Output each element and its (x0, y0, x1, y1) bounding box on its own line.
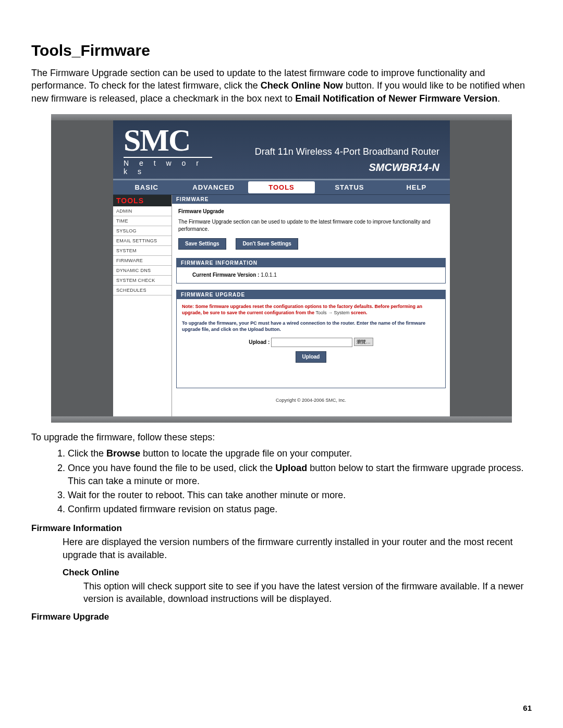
sidebar-item-ddns[interactable]: DYNAMIC DNS (113, 266, 172, 276)
top-nav: BASIC ADVANCED TOOLS STATUS HELP (113, 180, 450, 195)
upload-button[interactable]: Upload (296, 351, 327, 363)
fw-info-body: Here are displayed the version numbers o… (63, 536, 532, 561)
step-1: Click the Browse button to locate the up… (68, 447, 532, 460)
brand-logo: SMC N e t w o r k s (124, 125, 212, 176)
check-online-heading: Check Online (63, 567, 532, 578)
product-name: Draft 11n Wireless 4-Port Broadband Rout… (222, 146, 439, 157)
sidebar-item-systemcheck[interactable]: SYSTEM CHECK (113, 276, 172, 286)
step-2a: Once you have found the file to be used,… (68, 463, 275, 473)
sidebar-item-time[interactable]: TIME (113, 216, 172, 226)
brand-small: N e t w o r k s (124, 159, 203, 176)
intro-bold-2: Email Notification of Newer Firmware Ver… (295, 93, 497, 104)
step-1c: button to locate the upgrade file on you… (140, 448, 352, 459)
sidebar-item-system[interactable]: SYSTEM (113, 246, 172, 256)
sidebar-item-email[interactable]: EMAIL SETTINGS (113, 236, 172, 246)
copyright: Copyright © 2004-2006 SMC, Inc. (172, 394, 450, 408)
nav-basic[interactable]: BASIC (113, 180, 180, 194)
fw-info-heading: Firmware Information (31, 523, 532, 534)
sidebar: TOOLS ADMIN TIME SYSLOG EMAIL SETTINGS S… (113, 195, 172, 417)
current-fw-value: 1.0.1.1 (261, 272, 277, 278)
upgrade-warning: Note: Some firmware upgrades reset the c… (182, 303, 440, 316)
browse-button[interactable]: 瀏覽… (354, 338, 373, 346)
nav-status[interactable]: STATUS (316, 180, 383, 194)
current-fw-label: Current Firmware Version : (192, 272, 259, 278)
upload-path-input[interactable] (271, 338, 352, 347)
main-content: FIRMWARE Firmware Upgrade The Firmware U… (172, 195, 450, 417)
fw-upgrade-heading: Firmware Upgrade (31, 612, 532, 622)
brand-big: SMC (124, 125, 212, 158)
page-number: 61 (523, 704, 532, 712)
step-4: Confirm updated firmware revision on sta… (68, 503, 532, 516)
step-2b: Upload (275, 463, 307, 473)
intro-paragraph: The Firmware Upgrade section can be used… (31, 67, 532, 105)
firmware-upgrade-box: FIRMWARE UPGRADE Note: Some firmware upg… (176, 290, 446, 389)
model-number: SMCWBR14-N (222, 162, 439, 174)
sidebar-item-admin[interactable]: ADMIN (113, 206, 172, 216)
firmware-upgrade-header: FIRMWARE UPGRADE (177, 290, 445, 299)
step-1b: Browse (106, 448, 140, 459)
upload-label: Upload : (249, 339, 270, 345)
intro-bold-1: Check Online Now (261, 80, 343, 91)
router-screenshot: SMC N e t w o r k s Draft 11n Wireless 4… (51, 114, 512, 423)
section-firmware-subheader: Firmware Upgrade (178, 208, 444, 215)
section-firmware-body: The Firmware Upgrade section can be used… (178, 218, 444, 233)
nav-help[interactable]: HELP (383, 180, 450, 194)
firmware-info-box: FIRMWARE INFORMATION Current Firmware Ve… (176, 258, 446, 283)
section-firmware-header: FIRMWARE (172, 195, 450, 204)
sidebar-item-schedules[interactable]: SCHEDULES (113, 286, 172, 295)
sidebar-title: TOOLS (113, 195, 172, 206)
step-1a: Click the (68, 448, 106, 459)
page-title: Tools_Firmware (31, 42, 532, 59)
upgrade-warning-path: Tools → System (316, 310, 350, 315)
firmware-info-header: FIRMWARE INFORMATION (177, 258, 445, 267)
intro-text-3: . (497, 93, 500, 104)
nav-advanced[interactable]: ADVANCED (180, 180, 247, 194)
sidebar-item-syslog[interactable]: SYSLOG (113, 226, 172, 236)
upgrade-warning-a: Note: Some firmware upgrades reset the c… (182, 304, 422, 315)
check-online-body: This option will check support site to s… (83, 580, 532, 606)
step-2: Once you have found the file to be used,… (68, 462, 532, 488)
steps-list: Click the Browse button to locate the up… (31, 447, 532, 516)
step-3: Wait for the router to reboot. This can … (68, 489, 532, 502)
upgrade-instruction: To upgrade the firmware, your PC must ha… (182, 320, 440, 332)
nav-tools[interactable]: TOOLS (248, 181, 315, 193)
steps-intro: To upgrade the firmware, follow these st… (31, 432, 532, 443)
upgrade-warning-b: screen. (351, 310, 368, 315)
router-header: SMC N e t w o r k s Draft 11n Wireless 4… (113, 120, 450, 180)
save-settings-button[interactable]: Save Settings (178, 238, 226, 250)
sidebar-item-firmware[interactable]: FIRMWARE (113, 256, 172, 266)
dont-save-settings-button[interactable]: Don't Save Settings (236, 238, 298, 250)
